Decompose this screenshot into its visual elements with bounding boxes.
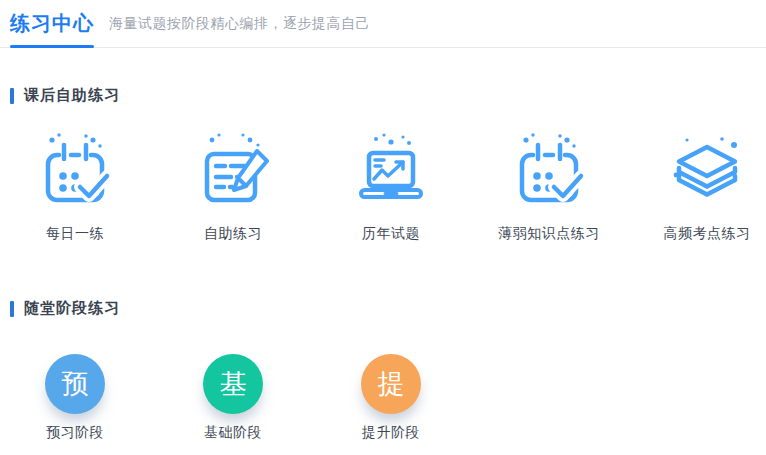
item-preview-stage[interactable]: 预 预习阶段 xyxy=(0,354,150,442)
item-label: 预习阶段 xyxy=(46,424,104,442)
page-title: 练习中心 xyxy=(10,10,94,37)
item-label: 自助练习 xyxy=(204,225,262,243)
layers-icon xyxy=(662,127,752,217)
laptop-chart-icon xyxy=(346,127,436,217)
badge-char: 基 xyxy=(220,366,247,402)
active-tab-underline xyxy=(10,45,94,48)
stage-badge-orange: 提 xyxy=(361,354,421,414)
item-improvement-stage[interactable]: 提 提升阶段 xyxy=(316,354,466,442)
item-label: 高频考点练习 xyxy=(664,225,751,243)
item-past-exams[interactable]: 历年试题 xyxy=(316,127,466,243)
section-bar xyxy=(10,88,14,104)
item-label: 历年试题 xyxy=(362,225,420,243)
self-practice-grid: 每日一练 自助练习 历年试题 薄弱知识点练习 高频考点练习 xyxy=(0,127,766,243)
item-label: 每日一练 xyxy=(46,225,104,243)
stage-badge-green: 基 xyxy=(203,354,263,414)
calendar-check-icon xyxy=(504,127,594,217)
item-label: 薄弱知识点练习 xyxy=(498,225,600,243)
item-daily-practice[interactable]: 每日一练 xyxy=(0,127,150,243)
page-subtitle: 海量试题按阶段精心编排，逐步提高自己 xyxy=(109,15,370,33)
item-label: 基础阶段 xyxy=(204,424,262,442)
calendar-check-icon xyxy=(30,127,120,217)
section-bar xyxy=(10,301,14,317)
badge-char: 预 xyxy=(62,366,89,402)
item-weak-points[interactable]: 薄弱知识点练习 xyxy=(474,127,624,243)
item-label: 提升阶段 xyxy=(362,424,420,442)
item-foundation-stage[interactable]: 基 基础阶段 xyxy=(158,354,308,442)
item-high-frequency[interactable]: 高频考点练习 xyxy=(632,127,766,243)
section-self-practice-heading: 课后自助练习 xyxy=(10,86,766,105)
item-self-practice[interactable]: 自助练习 xyxy=(158,127,308,243)
document-pen-icon xyxy=(188,127,278,217)
stage-practice-grid: 预 预习阶段 基 基础阶段 提 提升阶段 xyxy=(0,354,766,442)
page-header: 练习中心 海量试题按阶段精心编排，逐步提高自己 xyxy=(0,0,766,48)
section-stage-practice-heading: 随堂阶段练习 xyxy=(10,299,766,318)
stage-badge-blue: 预 xyxy=(45,354,105,414)
badge-char: 提 xyxy=(378,366,405,402)
